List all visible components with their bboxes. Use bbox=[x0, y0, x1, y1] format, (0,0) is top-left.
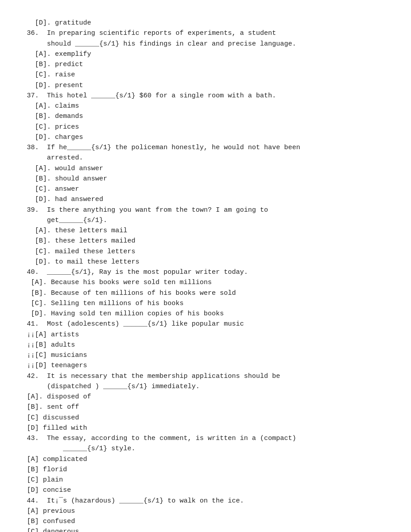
text-line: [A]. these letters mail bbox=[27, 226, 384, 236]
text-line: [C] dangerous bbox=[27, 527, 384, 532]
text-line: 44. It¡¯s (hazardous) ______{s/1} to wal… bbox=[27, 496, 384, 506]
text-line: should ______{s/1} his findings in clear… bbox=[27, 39, 384, 49]
text-line: ¡¡[B] adults bbox=[27, 340, 384, 350]
text-line: [B]. should answer bbox=[27, 174, 384, 184]
text-line: [A]. would answer bbox=[27, 163, 384, 174]
text-line: [C] discussed bbox=[27, 413, 384, 423]
text-line: [D]. charges bbox=[27, 132, 384, 142]
text-line: 41. Most (adolescents) ______{s/1} like … bbox=[27, 319, 384, 329]
text-line: get______{s/1}. bbox=[27, 215, 384, 226]
text-line: (dispatched ) ______{s/1} immediately. bbox=[27, 381, 384, 392]
text-line: [A]. Because his books were sold ten mil… bbox=[27, 277, 384, 288]
main-content: [D]. gratitude36. In preparing scientifi… bbox=[27, 18, 384, 532]
text-line: [C] plain bbox=[27, 475, 384, 485]
text-line: [C]. Selling ten millions of his books bbox=[27, 298, 384, 309]
text-line: [B]. Because of ten millions of his book… bbox=[27, 288, 384, 298]
text-line: ¡¡[D] teenagers bbox=[27, 360, 384, 371]
text-line: [D]. Having sold ten million copies of h… bbox=[27, 309, 384, 319]
text-line: 38. If he______{s/1} the policeman hones… bbox=[27, 142, 384, 153]
text-line: [A]. exemplify bbox=[27, 49, 384, 59]
text-line: [D]. present bbox=[27, 80, 384, 91]
text-line: 36. In preparing scientific reports of e… bbox=[27, 28, 384, 38]
text-line: [C]. answer bbox=[27, 184, 384, 194]
text-line: ______{s/1} style. bbox=[27, 444, 384, 454]
text-line: [D]. gratitude bbox=[27, 18, 384, 28]
text-line: [B]. these letters mailed bbox=[27, 236, 384, 246]
text-line: [B]. sent off bbox=[27, 402, 384, 412]
text-line: [B] florid bbox=[27, 465, 384, 475]
text-line: [A] previous bbox=[27, 506, 384, 516]
text-line: ¡¡[A] artists bbox=[27, 330, 384, 340]
text-line: [B]. predict bbox=[27, 59, 384, 70]
text-line: [A]. disposed of bbox=[27, 392, 384, 402]
text-line: [C]. mailed these letters bbox=[27, 247, 384, 257]
text-line: 39. Is there anything you want from the … bbox=[27, 205, 384, 215]
text-line: [D] filled with bbox=[27, 423, 384, 433]
text-line: [A] complicated bbox=[27, 454, 384, 465]
text-line: [B]. demands bbox=[27, 111, 384, 121]
text-line: [D] concise bbox=[27, 485, 384, 495]
text-line: 43. The essay, according to the comment,… bbox=[27, 433, 384, 444]
text-line: [C]. prices bbox=[27, 122, 384, 132]
text-line: [D]. had answered bbox=[27, 194, 384, 205]
text-line: [D]. to mail these letters bbox=[27, 257, 384, 267]
text-line: 37. This hotel ______{s/1} $60 for a sin… bbox=[27, 91, 384, 101]
text-line: 42. It is necessary that the membership … bbox=[27, 371, 384, 381]
text-line: [B] confused bbox=[27, 516, 384, 527]
text-line: [C]. raise bbox=[27, 70, 384, 80]
text-line: 40. ______{s/1}, Ray is the most popular… bbox=[27, 267, 384, 277]
text-line: ¡¡[C] musicians bbox=[27, 350, 384, 360]
text-line: arrested. bbox=[27, 153, 384, 163]
text-line: [A]. claims bbox=[27, 101, 384, 111]
